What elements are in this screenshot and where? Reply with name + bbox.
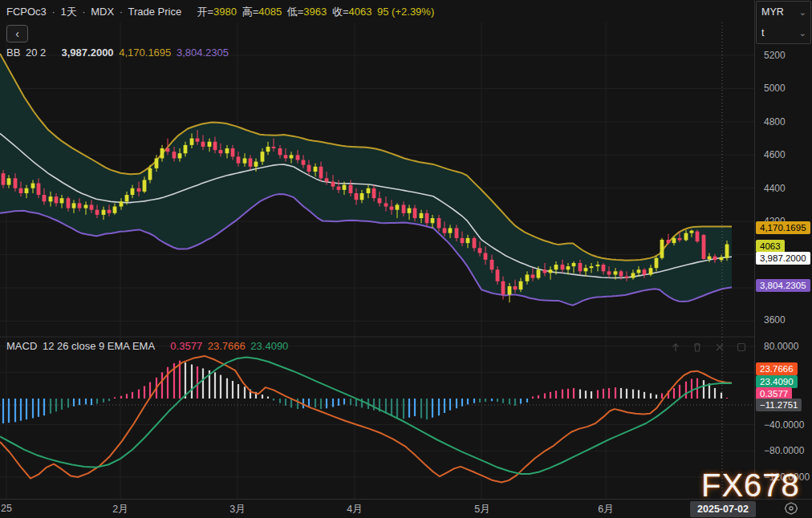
macd-legend[interactable]: MACD 12 26 close 9 EMA EMA 0.3577 23.766… [6,340,290,352]
macd-params: 12 26 close 9 EMA EMA [43,340,155,352]
time-axis[interactable]: 252月3月4月5月6月 2025-07-02 [0,499,812,518]
price-tick: 4600 [764,149,786,160]
change-value: 95 (+2.39%) [377,6,434,18]
price-badge: 3,987.2000 [756,252,810,265]
bb-basis-value: 3,987.2000 [62,47,114,59]
trading-chart-app: FCPOc3 · 1天 · MDX · Trade Price 开=3980 高… [0,0,812,518]
macd-tick: −80.0000 [764,445,804,456]
crosshair-date-badge: 2025-07-02 [690,501,756,517]
time-tick: 2月 [112,503,128,516]
low-value: 3963 [303,6,327,18]
price-tick: 5000 [764,83,786,94]
time-tick: 3月 [229,503,245,516]
watermark: FX678 [701,467,800,504]
chevron-down-icon: ⌄ [799,22,806,43]
pane-delete-icon[interactable] [691,341,704,354]
macd-hist-value: 0.3577 [170,340,202,352]
interval-label[interactable]: 1天 [60,6,76,18]
series-label: Trade Price [128,6,182,18]
pane-maximize-icon[interactable] [735,341,748,354]
price-badge: 4063 [756,240,785,253]
macd-badge: −11.2751 [756,399,802,411]
price-tick: 5200 [764,50,786,61]
macd-signal-value: 23.4090 [250,340,288,352]
axis-unit-box: MYR ⌄ t ⌄ [756,1,811,44]
high-label: 高= [242,6,259,18]
macd-badge: 23.7666 [756,362,798,375]
symbol-name[interactable]: FCPOc3 [6,6,47,18]
bb-legend[interactable]: BB 20 2 3,987.2000 4,170.1695 3,804.2305 [6,47,231,59]
price-tick: 3600 [764,314,786,326]
close-label: 收= [332,6,349,18]
bb-lower-value: 3,804.2305 [177,47,229,59]
time-tick: 6月 [598,503,613,516]
chevron-down-icon: ⌄ [799,2,806,22]
currency-button[interactable]: MYR ⌄ [757,2,810,22]
high-value: 4085 [258,6,282,18]
exchange-label: MDX [91,6,114,18]
price-tick: 4400 [764,183,786,194]
chart-plot[interactable] [0,0,754,499]
macd-tick: −40.0000 [764,419,804,431]
back-icon: ‹ [15,27,19,40]
price-badge: 3,804.2305 [756,279,810,292]
macd-line-value: 23.7666 [208,340,246,352]
low-label: 低= [287,6,304,18]
back-button[interactable]: ‹ [6,25,28,42]
macd-tick: 80.0000 [764,341,798,352]
unit-label: t [761,27,764,38]
unit-button[interactable]: t ⌄ [757,22,810,43]
bb-name: BB [6,47,20,59]
time-tick: 5月 [474,503,489,516]
open-value: 3980 [213,6,237,18]
close-value: 4063 [349,6,372,18]
price-tick: 4800 [764,116,786,127]
open-label: 开= [197,6,213,18]
bb-upper-value: 4,170.1695 [119,47,171,59]
price-badge: 4,170.1695 [756,221,810,234]
pane-close-icon[interactable] [713,341,726,354]
currency-label: MYR [761,6,784,18]
macd-badge: 23.4090 [756,375,798,388]
time-tick: 25 [1,503,12,514]
macd-name: MACD [6,340,37,352]
time-tick: 4月 [347,503,362,516]
price-axis[interactable]: MYR ⌄ t ⌄ 520050004800460044004200360080… [754,0,812,518]
bb-params: 20 2 [26,47,46,59]
pane-move-up-icon[interactable] [669,341,682,354]
symbol-legend: FCPOc3 · 1天 · MDX · Trade Price 开=3980 高… [6,5,436,19]
